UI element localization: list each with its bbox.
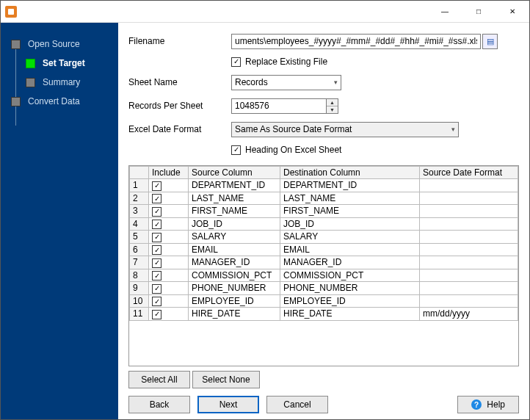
help-button[interactable]: ? Help [457, 396, 519, 413]
source-column-cell[interactable]: JOB_ID [189, 217, 280, 231]
source-date-format-cell[interactable] [420, 192, 518, 205]
table-row[interactable]: 8COMMISSION_PCTCOMMISSION_PCT [130, 269, 518, 282]
source-column-cell[interactable]: COMMISSION_PCT [189, 269, 280, 282]
browse-button[interactable]: ▤ [482, 34, 498, 49]
replace-existing-checkbox[interactable] [231, 57, 241, 67]
grid-header-source[interactable]: Source Column [189, 167, 280, 179]
table-row[interactable]: 1DEPARTMENT_IDDEPARTMENT_ID [130, 179, 518, 192]
source-column-cell[interactable]: SALARY [189, 231, 280, 244]
row-number[interactable]: 7 [130, 256, 149, 269]
row-number[interactable]: 6 [130, 243, 149, 256]
grid-header-srcfmt[interactable]: Source Date Format [420, 167, 518, 179]
grid-header-include[interactable]: Include [149, 167, 189, 179]
source-date-format-cell[interactable] [420, 269, 518, 282]
table-row[interactable]: 7MANAGER_IDMANAGER_ID [130, 256, 518, 269]
destination-column-cell[interactable]: EMPLOYEE_ID [280, 294, 420, 308]
row-number[interactable]: 10 [130, 294, 149, 308]
wizard-step-set-target[interactable]: Set Target [1, 54, 118, 73]
cancel-button[interactable]: Cancel [266, 396, 328, 413]
destination-column-cell[interactable]: COMMISSION_PCT [280, 269, 420, 282]
include-checkbox[interactable] [152, 284, 161, 294]
include-cell[interactable] [149, 294, 189, 308]
row-number[interactable]: 9 [130, 282, 149, 295]
row-number[interactable]: 5 [130, 231, 149, 244]
table-row[interactable]: 2LAST_NAMELAST_NAME [130, 192, 518, 205]
source-column-cell[interactable]: EMPLOYEE_ID [189, 294, 280, 308]
source-column-cell[interactable]: PHONE_NUMBER [189, 282, 280, 295]
select-none-button[interactable]: Select None [192, 371, 259, 388]
destination-column-cell[interactable]: LAST_NAME [280, 192, 420, 205]
source-column-cell[interactable]: EMAIL [189, 243, 280, 256]
include-cell[interactable] [149, 256, 189, 269]
select-all-button[interactable]: Select All [128, 371, 190, 388]
destination-column-cell[interactable]: HIRE_DATE [280, 308, 420, 321]
source-column-cell[interactable]: HIRE_DATE [189, 308, 280, 321]
include-cell[interactable] [149, 179, 189, 192]
include-cell[interactable] [149, 231, 189, 244]
table-row[interactable]: 3FIRST_NAMEFIRST_NAME [130, 205, 518, 218]
table-row[interactable]: 5SALARYSALARY [130, 231, 518, 244]
row-number[interactable]: 3 [130, 205, 149, 218]
include-cell[interactable] [149, 205, 189, 218]
row-number[interactable]: 2 [130, 192, 149, 205]
row-number[interactable]: 4 [130, 217, 149, 231]
table-row[interactable]: 4JOB_IDJOB_ID [130, 217, 518, 231]
source-column-cell[interactable]: LAST_NAME [189, 192, 280, 205]
excel-date-format-combo[interactable]: Same As Source Date Format ▾ [231, 122, 459, 137]
destination-column-cell[interactable]: JOB_ID [280, 217, 420, 231]
destination-column-cell[interactable]: MANAGER_ID [280, 256, 420, 269]
grid-header-rownum[interactable] [130, 167, 149, 179]
wizard-step-summary[interactable]: Summary [1, 73, 118, 92]
spinner-up-icon[interactable]: ▲ [327, 99, 338, 106]
include-checkbox[interactable] [152, 220, 161, 229]
table-row[interactable]: 9PHONE_NUMBERPHONE_NUMBER [130, 282, 518, 295]
row-number[interactable]: 11 [130, 308, 149, 321]
table-row[interactable]: 10EMPLOYEE_IDEMPLOYEE_ID [130, 294, 518, 308]
source-date-format-cell[interactable] [420, 282, 518, 295]
include-checkbox[interactable] [152, 207, 161, 217]
include-checkbox[interactable] [152, 181, 161, 191]
include-checkbox[interactable] [152, 310, 161, 319]
filename-input[interactable] [231, 34, 481, 49]
destination-column-cell[interactable]: DEPARTMENT_ID [280, 179, 420, 192]
source-date-format-cell[interactable] [420, 256, 518, 269]
source-date-format-cell[interactable] [420, 217, 518, 231]
source-column-cell[interactable]: FIRST_NAME [189, 205, 280, 218]
include-checkbox[interactable] [152, 271, 161, 280]
row-number[interactable]: 1 [130, 179, 149, 192]
source-date-format-cell[interactable] [420, 231, 518, 244]
include-cell[interactable] [149, 192, 189, 205]
wizard-step-convert-data[interactable]: Convert Data [1, 92, 118, 111]
spinner-down-icon[interactable]: ▼ [327, 106, 338, 113]
include-checkbox[interactable] [152, 258, 161, 268]
source-column-cell[interactable]: MANAGER_ID [189, 256, 280, 269]
back-button[interactable]: Back [128, 396, 190, 413]
include-checkbox[interactable] [152, 194, 161, 203]
records-spinner[interactable]: ▲ ▼ [327, 98, 338, 114]
minimize-button[interactable]: — [428, 1, 462, 23]
include-cell[interactable] [149, 243, 189, 256]
table-row[interactable]: 6EMAILEMAIL [130, 243, 518, 256]
destination-column-cell[interactable]: SALARY [280, 231, 420, 244]
include-cell[interactable] [149, 282, 189, 295]
source-date-format-cell[interactable] [420, 294, 518, 308]
source-date-format-cell[interactable] [420, 205, 518, 218]
include-checkbox[interactable] [152, 233, 161, 242]
include-cell[interactable] [149, 269, 189, 282]
heading-on-sheet-checkbox[interactable] [231, 145, 241, 155]
sheetname-combo[interactable]: Records ▾ [231, 75, 341, 90]
destination-column-cell[interactable]: PHONE_NUMBER [280, 282, 420, 295]
include-cell[interactable] [149, 308, 189, 321]
columns-grid[interactable]: Include Source Column Destination Column… [128, 165, 519, 366]
include-checkbox[interactable] [152, 245, 161, 255]
maximize-button[interactable]: □ [462, 1, 495, 23]
row-number[interactable]: 8 [130, 269, 149, 282]
source-date-format-cell[interactable] [420, 243, 518, 256]
records-per-sheet-input[interactable] [231, 98, 327, 114]
destination-column-cell[interactable]: FIRST_NAME [280, 205, 420, 218]
next-button[interactable]: Next [197, 396, 259, 413]
source-date-format-cell[interactable]: mm/dd/yyyy [420, 308, 518, 321]
include-cell[interactable] [149, 217, 189, 231]
grid-header-dest[interactable]: Destination Column [280, 167, 420, 179]
table-row[interactable]: 11HIRE_DATEHIRE_DATEmm/dd/yyyy [130, 308, 518, 321]
